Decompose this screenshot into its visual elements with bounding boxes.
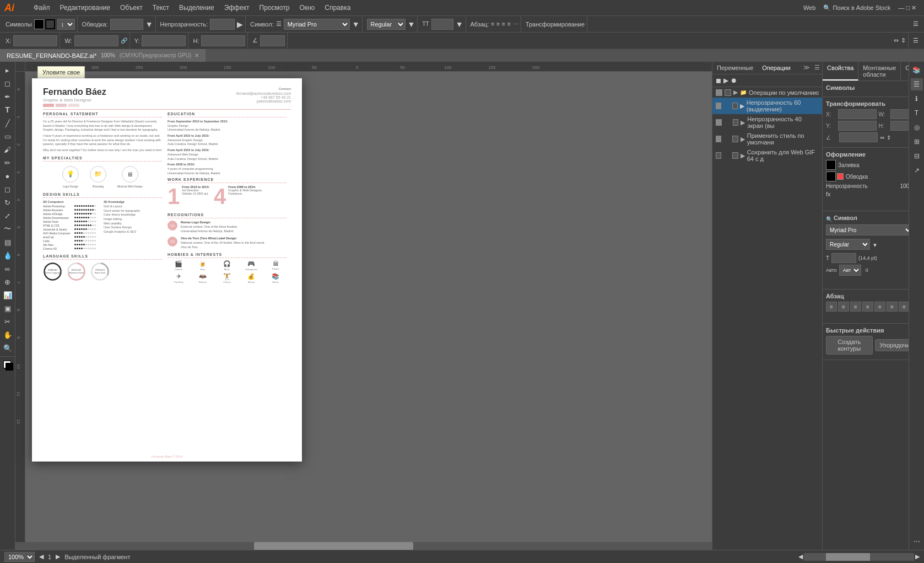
info-btn[interactable]: ℹ (911, 93, 923, 105)
slice-tool[interactable]: ✂ (2, 315, 14, 328)
blend-tool[interactable]: ∞ (2, 262, 14, 275)
scroll-right[interactable]: ▶ (915, 553, 920, 561)
ops-expand-3[interactable]: ▶ (741, 136, 745, 143)
opacity-input[interactable]: 100% (210, 19, 235, 30)
active-tab[interactable]: RESUME_FERNANDO-BAEZ.ai* 100% (CMYK/Пред… (0, 49, 206, 62)
pen-tool[interactable]: ✒ (2, 90, 14, 103)
link-icon[interactable]: 🔗 (121, 37, 127, 44)
nav-prev[interactable]: ◀ (39, 553, 44, 560)
artboard-tool[interactable]: ▣ (2, 302, 14, 314)
tab-variables[interactable]: Переменные (712, 62, 758, 74)
angle-input[interactable]: 0° (260, 35, 285, 46)
ops-check2-3[interactable] (732, 136, 738, 142)
ops-check-3[interactable] (716, 136, 721, 142)
fill-swatch[interactable] (34, 19, 44, 29)
more-menu[interactable]: ☰ (911, 20, 921, 28)
nav-next[interactable]: ▶ (56, 553, 60, 560)
stroke-color-indicator[interactable] (837, 173, 844, 180)
type-tool[interactable]: T (2, 104, 14, 116)
align-force-btn[interactable]: ≡ (874, 302, 885, 312)
ops-check-2[interactable] (716, 119, 722, 126)
ops-check2-0[interactable] (725, 89, 731, 96)
ops-record[interactable]: ⏺ (731, 77, 737, 84)
scroll-left[interactable]: ◀ (798, 553, 803, 561)
ops-check-4[interactable] (716, 152, 721, 159)
direct-select-tool[interactable]: ◻ (2, 77, 14, 89)
x-input[interactable]: -279,948 px (13, 35, 57, 46)
ops-item-opacity40[interactable]: ▶ Непрозрачность 40 экран (вы (712, 114, 822, 131)
ops-item-default[interactable]: ▶ 📁 Операции по умолчанию (712, 87, 822, 98)
fill-color[interactable] (826, 160, 836, 170)
toolbar2-more[interactable]: ☰ (911, 37, 921, 44)
size-arrow[interactable]: ▼ (456, 20, 463, 29)
eraser-tool[interactable]: ◻ (2, 183, 14, 195)
menu-text[interactable]: Текст (148, 3, 174, 13)
align-left-btn[interactable]: ≡ (826, 302, 837, 312)
menu-file[interactable]: Файл (29, 3, 55, 13)
stroke-arrow[interactable]: ▼ (145, 20, 153, 29)
ops-check-1[interactable] (716, 103, 721, 109)
arrow-tool[interactable]: ▸ (2, 64, 14, 76)
align-justify-btn[interactable]: ≡ (862, 302, 873, 312)
symbol-tool[interactable]: ⊕ (2, 276, 14, 288)
ops-check2-1[interactable] (732, 103, 738, 109)
flip-h-btn[interactable]: ⇔ (880, 135, 884, 141)
appearance-more[interactable]: ⋯ (826, 199, 921, 207)
y-input[interactable]: -0,522 px (142, 35, 186, 46)
hand-tool[interactable]: ✋ (2, 329, 14, 341)
align-btn[interactable]: ⊟ (911, 150, 923, 162)
h-scrollbar-thumb[interactable] (254, 542, 413, 550)
align-left2-btn[interactable]: ≡ (887, 302, 898, 312)
font-more[interactable]: ⋯ (826, 277, 921, 286)
align-center-btn[interactable]: ≡ (838, 302, 849, 312)
ops-item-opacity60[interactable]: ▶ Непрозрачность 60 (выделение) (712, 98, 822, 114)
opacity-arrow[interactable]: ▶ (237, 20, 243, 29)
flip-v[interactable]: ⇕ (901, 37, 906, 44)
angle-value[interactable]: 0° (839, 132, 878, 142)
gradient-tool[interactable]: ▤ (2, 236, 14, 248)
y-value[interactable]: -0,522 px (838, 121, 877, 131)
w-input[interactable]: 76,104 px (74, 35, 118, 46)
menu-view[interactable]: Просмотр (255, 3, 294, 13)
size-input[interactable]: 12 pt (431, 19, 453, 30)
ops-item-style[interactable]: ▶ Применить стиль по умолчани (712, 131, 822, 147)
eyedropper-tool[interactable]: 💧 (2, 249, 14, 261)
bottom-scrollbar[interactable] (804, 553, 914, 561)
ops-stop[interactable]: ◼ (716, 77, 721, 84)
font-arrow[interactable]: ▼ (352, 20, 360, 29)
menu-effect[interactable]: Эффект (220, 3, 254, 13)
menu-help[interactable]: Справка (320, 3, 355, 13)
ops-expand-4[interactable]: ▶ (741, 152, 745, 159)
align-center[interactable]: ≡ (496, 21, 500, 27)
scale-tool[interactable]: ⤢ (2, 210, 14, 222)
line-tool[interactable]: ╱ (2, 117, 14, 129)
style-select[interactable]: Regular (367, 19, 406, 30)
ops-check2-2[interactable] (733, 119, 739, 126)
h-input[interactable]: 13,044 px (201, 35, 245, 46)
pencil-tool[interactable]: ✏ (2, 157, 14, 169)
column-graph-tool[interactable]: 📊 (2, 289, 14, 301)
ops-expand-1[interactable]: ▶ (740, 103, 744, 110)
align-right-btn[interactable]: ≡ (850, 302, 861, 312)
menu-object[interactable]: Объект (116, 3, 147, 13)
align-justify[interactable]: ≡ (507, 21, 511, 27)
tab-close[interactable]: ✕ (194, 52, 199, 58)
search-stock[interactable]: 🔍 Поиск в Adobe Stock (820, 4, 894, 12)
align-right[interactable]: ≡ (502, 21, 505, 27)
workspace-selector[interactable]: Web (800, 4, 819, 11)
auto-select[interactable]: Авто (839, 265, 861, 276)
font-style-expand[interactable]: ▼ (872, 242, 878, 248)
font-name-select[interactable]: Myriad Pro (826, 224, 913, 235)
library-btn[interactable]: 📚 (911, 64, 923, 76)
fill-color-box[interactable] (2, 359, 14, 371)
transform-btn[interactable]: ⊞ (911, 136, 923, 148)
stroke-input[interactable] (110, 19, 143, 30)
horizontal-scrollbar[interactable] (15, 542, 811, 550)
ops-check-0[interactable] (716, 89, 722, 96)
rotate-tool[interactable]: ↻ (2, 196, 14, 208)
warp-tool[interactable]: 〜 (2, 223, 14, 235)
font-select[interactable]: Myriad Pro (284, 19, 350, 30)
font-style-select[interactable]: Regular (826, 239, 870, 250)
blob-tool[interactable]: ● (2, 170, 14, 182)
ops-item-save[interactable]: ▶ Сохранить для Web GIF 64 с д (712, 147, 822, 164)
